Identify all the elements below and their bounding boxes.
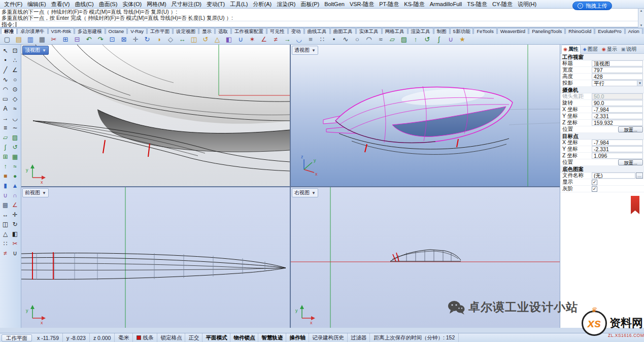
toolbar-group-tab[interactable]: 5新功能 xyxy=(450,28,473,34)
chevron-down-icon[interactable]: ▼ xyxy=(42,191,46,195)
palette-icon-extrude-surface[interactable]: ↑ xyxy=(1,161,10,171)
panel-tab-help[interactable]: ▣说明 xyxy=(620,45,638,53)
toolbar-group-tab[interactable]: 卓尔谟犀牛 xyxy=(17,28,48,34)
menu-item[interactable]: 面板(P) xyxy=(298,0,322,9)
menu-item[interactable]: ArmadilloFull xyxy=(427,1,465,8)
property-value[interactable]: -7.984 xyxy=(592,140,643,146)
menu-item[interactable]: KS-随意 xyxy=(401,0,427,9)
palette-icon-boolean-union[interactable]: ∪ xyxy=(1,190,10,200)
toolbar-icon-sweep[interactable]: ∫ xyxy=(433,35,445,44)
palette-icon-extend-curve[interactable]: → xyxy=(1,113,10,123)
toolbar-icon-scale[interactable]: △ xyxy=(212,35,223,44)
menu-item[interactable]: CY-随意 xyxy=(490,0,515,9)
viewport-tab-front[interactable]: 前视图 ▼ xyxy=(22,188,49,197)
toolbar-icon-print[interactable]: ▦ xyxy=(37,35,48,44)
palette-icon-blend-curve[interactable]: ∼ xyxy=(10,123,20,132)
palette-icon-revolve-surface[interactable]: ↺ xyxy=(10,142,20,152)
palette-icon-scale[interactable]: △ xyxy=(1,229,10,238)
menu-item[interactable]: BoltGen xyxy=(322,1,347,8)
toolbar-group-tab[interactable]: 可见性 xyxy=(267,28,288,34)
toolbar-icon-new-file[interactable]: ▢ xyxy=(2,35,13,44)
palette-icon-line[interactable]: ╱ xyxy=(1,65,10,75)
palette-icon-fillet-curve[interactable]: ◡ xyxy=(10,113,20,123)
viewport-canvas-top[interactable]: y x xyxy=(21,45,290,186)
menu-item[interactable]: TS-随意 xyxy=(464,0,490,9)
toolbar-group-tab[interactable]: 多边形建模 xyxy=(75,28,105,34)
toolbar-icon-explode[interactable]: ✶ xyxy=(247,35,258,44)
property-value[interactable]: 顶视图 xyxy=(592,60,643,66)
palette-icon-move[interactable]: ✛ xyxy=(10,210,20,219)
toolbar-icon-boolean-union[interactable]: ∪ xyxy=(445,35,456,44)
toolbar-icon-arc[interactable]: ◠ xyxy=(363,35,375,44)
palette-icon-network-surface[interactable]: ⊞ xyxy=(1,152,10,161)
toolbar-group-tab[interactable]: 制图 xyxy=(434,28,450,34)
menu-item[interactable]: 尺寸标注(D) xyxy=(169,0,204,9)
toolbar-icon-zoom-extents[interactable]: ⊡ xyxy=(107,35,118,44)
toolbar-group-tab[interactable]: PanelingTools xyxy=(529,28,565,34)
toolbar-icon-zoom-window[interactable]: ⊠ xyxy=(118,35,129,44)
checkbox[interactable]: ✓ xyxy=(592,180,597,185)
chevron-down-icon[interactable]: ▼ xyxy=(312,48,316,53)
property-value[interactable]: -2.331 xyxy=(592,146,643,152)
toolbar-icon-rotate-view[interactable]: ↻ xyxy=(142,35,153,44)
property-value[interactable]: 1.096 xyxy=(592,153,643,159)
status-toggle[interactable]: 过滤器 xyxy=(348,333,370,342)
menu-item[interactable]: 分析(A) xyxy=(251,0,275,9)
toolbar-icon-pan-view[interactable]: ✛ xyxy=(130,35,141,44)
toolbar-group-tab[interactable]: 工作平面 xyxy=(147,28,173,34)
toolbar-group-tab[interactable]: 网格工具 xyxy=(382,28,408,34)
toolbar-icon-copy-object[interactable]: ◫ xyxy=(188,35,199,44)
toolbar-group-tab[interactable]: FeTools xyxy=(473,28,496,34)
palette-icon-solid-cylinder[interactable]: ▮ xyxy=(1,181,10,190)
property-dropdown[interactable]: 平行▾ xyxy=(592,80,643,86)
toolbar-group-tab[interactable]: 渲染工具 xyxy=(408,28,433,34)
toolbar-icon-join[interactable]: ∪ xyxy=(235,35,246,44)
menu-item[interactable]: 曲线(C) xyxy=(72,0,96,9)
toolbar-group-tab[interactable]: 曲线工具 xyxy=(304,28,330,34)
toolbar-group-tab[interactable]: 工作视窗配置 xyxy=(231,28,266,34)
status-toggle[interactable]: 记录建构历史 xyxy=(309,333,348,342)
scroll-up-icon[interactable]: ▲ xyxy=(640,9,643,12)
menu-item[interactable]: 曲面(S) xyxy=(96,0,120,9)
toolbar-icon-point[interactable]: • xyxy=(328,35,340,44)
toolbar-icon-wireframe-view[interactable]: ◇ xyxy=(165,35,176,44)
viewport-top[interactable]: y x 顶视图 ▼ xyxy=(21,45,290,186)
toolbar-group-tab[interactable]: Octane xyxy=(106,28,127,34)
viewport-tab-perspective[interactable]: 透视图 ▼ xyxy=(292,46,318,55)
menu-item[interactable]: VSR-随意 xyxy=(347,0,377,9)
palette-icon-dimension[interactable]: ↔ xyxy=(1,210,10,219)
toolbar-group-tab[interactable]: EvolutePro xyxy=(595,28,624,34)
menu-item[interactable]: 查看(V) xyxy=(49,0,73,9)
menu-item[interactable]: 说明(H) xyxy=(515,0,539,9)
toolbar-icon-surface[interactable]: ▱ xyxy=(387,35,398,44)
palette-icon-copy[interactable]: ◫ xyxy=(1,219,10,229)
property-value[interactable]: 90.0 xyxy=(592,100,643,106)
palette-icon-select-arrow[interactable]: ↖ xyxy=(1,46,10,55)
toolbar-icon-curve[interactable]: ≈ xyxy=(375,35,386,44)
toolbar-group-tab[interactable]: 曲面工具 xyxy=(330,28,356,34)
property-value[interactable]: 50.0 xyxy=(592,93,643,99)
toolbar-icon-rotate[interactable]: ↺ xyxy=(200,35,211,44)
palette-icon-join[interactable]: ∪ xyxy=(10,248,20,258)
palette-icon-rotate[interactable]: ↻ xyxy=(10,219,20,229)
toolbar-icon-save[interactable]: ▥ xyxy=(25,35,36,44)
property-value-filename[interactable]: (无) xyxy=(592,173,635,179)
menu-item[interactable]: 文件(F) xyxy=(2,0,25,9)
toolbar-icon-open-file[interactable]: ▤ xyxy=(13,35,24,44)
viewport-canvas-perspective[interactable]: z x y xyxy=(291,45,560,186)
toolbar-group-tab[interactable]: 选取 xyxy=(215,28,231,34)
chevron-down-icon[interactable]: ▼ xyxy=(42,48,46,53)
scroll-down-icon[interactable]: ▼ xyxy=(640,24,643,27)
palette-icon-boolean-difference[interactable]: ∩ xyxy=(10,190,20,200)
browse-button[interactable]: … xyxy=(636,173,643,179)
toolbar-icon-render[interactable]: ★ xyxy=(457,35,468,44)
palette-icon-mirror[interactable]: ◧ xyxy=(10,229,20,238)
viewport-tab-right[interactable]: 右视图 ▼ xyxy=(292,188,318,197)
toolbar-icon-fillet[interactable]: ◡ xyxy=(293,35,304,44)
toolbar-group-tab[interactable]: RhinoGold xyxy=(565,28,594,34)
viewport-tab-top[interactable]: 顶视图 ▼ xyxy=(22,46,49,55)
toolbar-icon-circle[interactable]: ○ xyxy=(352,35,363,44)
status-toggle[interactable]: 操作轴 xyxy=(286,333,309,342)
toolbar-group-tab[interactable]: 实体工具 xyxy=(356,28,382,34)
palette-icon-helix[interactable]: ≈ xyxy=(10,104,20,113)
